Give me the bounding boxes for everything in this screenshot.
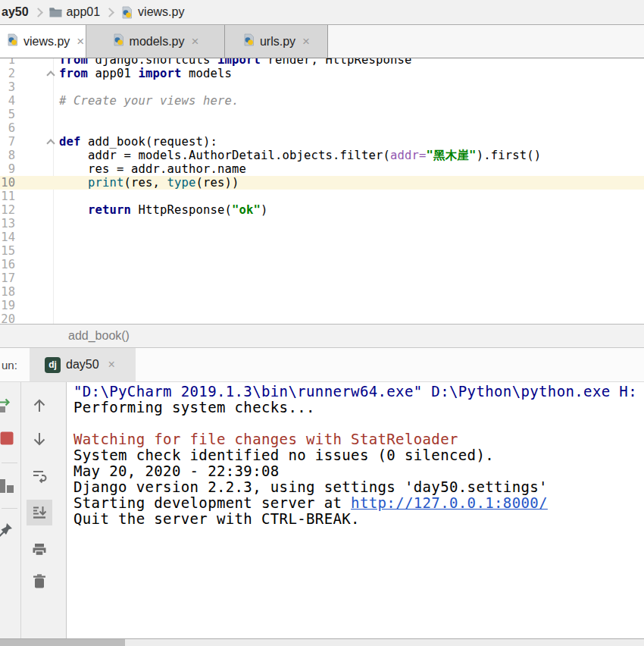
function-breadcrumb[interactable]: add_book() xyxy=(68,329,130,343)
console-line: Starting development server at http://12… xyxy=(73,495,644,511)
code-line[interactable]: 8 addr = models.AuthorDetail.objects.fil… xyxy=(0,149,644,162)
line-number: 4 xyxy=(0,94,15,108)
code-line[interactable]: 3 xyxy=(0,80,644,94)
line-number: 11 xyxy=(0,190,15,203)
code-line[interactable]: 20 xyxy=(0,312,644,324)
clear-all-button[interactable] xyxy=(32,573,47,593)
editor-lines: 1from django.shortcuts import render, Ht… xyxy=(0,58,644,324)
close-icon[interactable]: × xyxy=(77,35,84,48)
python-file-icon xyxy=(112,33,125,49)
code-editor[interactable]: 1from django.shortcuts import render, Ht… xyxy=(0,58,644,324)
pin-button[interactable] xyxy=(0,522,14,541)
code-line[interactable]: 13 xyxy=(0,217,644,230)
tab-views-py[interactable]: views.py × xyxy=(0,25,86,58)
line-number: 9 xyxy=(0,162,15,176)
print-button[interactable] xyxy=(31,541,48,561)
tab-label: models.py xyxy=(130,35,185,49)
console-line xyxy=(73,416,644,431)
code-line[interactable]: 4# Create your views here. xyxy=(0,94,644,108)
tab-urls-py[interactable]: urls.py × xyxy=(225,25,328,58)
code-line[interactable]: 19 xyxy=(0,299,644,312)
breadcrumb-item-file[interactable]: views.py xyxy=(138,5,184,19)
run-toolbar-left xyxy=(0,382,21,638)
line-number: 3 xyxy=(0,80,15,94)
code-line[interactable]: 7def add_book(request): xyxy=(0,135,644,149)
code-line[interactable]: 9 res = addr.author.name xyxy=(0,162,644,176)
run-console[interactable]: "D:\PyCharm 2019.1.3\bin\runnerw64.exe" … xyxy=(67,382,644,638)
pycharm-window: ay50 app01 views.py views.py × models.py… xyxy=(0,0,644,646)
up-stacktrace-button[interactable] xyxy=(31,397,48,417)
line-number: 2 xyxy=(0,67,15,80)
line-number: 12 xyxy=(0,203,15,217)
stop-button[interactable] xyxy=(0,431,14,448)
code-line[interactable]: 15 xyxy=(0,244,644,258)
console-line: May 20, 2020 - 22:39:08 xyxy=(73,463,644,479)
close-icon[interactable]: × xyxy=(191,35,199,48)
rerun-button[interactable] xyxy=(0,397,15,417)
code-line[interactable]: 12 return HttpResponse("ok") xyxy=(0,203,644,217)
line-number: 6 xyxy=(0,121,15,135)
scrollbar-thumb[interactable] xyxy=(0,639,125,646)
close-icon[interactable]: × xyxy=(108,358,115,372)
chevron-right-icon xyxy=(33,8,43,17)
toolbar-separator xyxy=(2,508,17,509)
down-stacktrace-button[interactable] xyxy=(31,431,48,450)
code-line[interactable]: 6 xyxy=(0,121,644,135)
console-line: "D:\PyCharm 2019.1.3\bin\runnerw64.exe" … xyxy=(73,384,644,400)
tab-label: views.py xyxy=(23,35,70,49)
line-number: 1 xyxy=(0,58,15,67)
line-number: 15 xyxy=(0,244,15,258)
python-file-icon xyxy=(242,33,255,49)
breadcrumb-item-project[interactable]: ay50 xyxy=(2,5,29,19)
run-tab-day50[interactable]: dj day50 × xyxy=(30,348,136,381)
editor-tab-bar: views.py × models.py × urls.py × xyxy=(0,25,644,58)
code-line[interactable]: 10 print(res, type(res)) xyxy=(0,176,644,190)
folder-icon xyxy=(49,7,62,17)
code-line[interactable]: 16 xyxy=(0,258,644,271)
line-number: 20 xyxy=(0,312,15,324)
code-line[interactable]: 17 xyxy=(0,271,644,285)
code-line[interactable]: 14 xyxy=(0,230,644,244)
soft-wrap-button[interactable] xyxy=(31,467,48,487)
breadcrumb-item-package[interactable]: app01 xyxy=(67,5,101,19)
console-lines: "D:\PyCharm 2019.1.3\bin\runnerw64.exe" … xyxy=(73,384,644,527)
code-line[interactable]: 1from django.shortcuts import render, Ht… xyxy=(0,58,644,67)
restore-layout-button[interactable] xyxy=(0,478,14,497)
code-line[interactable]: 18 xyxy=(0,285,644,299)
code-line[interactable]: 11 xyxy=(0,190,644,203)
fold-marker-icon[interactable] xyxy=(46,139,55,147)
run-toolbar-console xyxy=(21,382,67,638)
django-icon: dj xyxy=(45,357,61,373)
tab-label: urls.py xyxy=(260,35,295,49)
line-number: 5 xyxy=(0,108,15,121)
line-number: 7 xyxy=(0,135,15,149)
toolbar-separator xyxy=(2,463,17,463)
python-file-icon xyxy=(120,6,133,19)
run-toolwindow-bar: un: dj day50 × xyxy=(0,348,644,382)
line-number: 18 xyxy=(0,285,15,299)
line-number: 16 xyxy=(0,258,15,271)
console-line: Django version 2.2.3, using settings 'da… xyxy=(73,479,644,495)
console-line: System check identified no issues (0 sil… xyxy=(73,447,644,463)
run-label: un: xyxy=(0,359,26,372)
tab-models-py[interactable]: models.py × xyxy=(86,25,225,58)
horizontal-scrollbar[interactable] xyxy=(0,638,644,646)
line-number: 19 xyxy=(0,299,15,312)
console-line: Watching for file changes with StatReloa… xyxy=(73,431,644,447)
python-file-icon xyxy=(6,33,19,49)
fold-marker-icon[interactable] xyxy=(46,71,55,79)
console-line: Performing system checks... xyxy=(73,400,644,416)
line-number: 10 xyxy=(0,176,15,190)
close-icon[interactable]: × xyxy=(302,35,310,48)
run-content: "D:\PyCharm 2019.1.3\bin\runnerw64.exe" … xyxy=(0,382,644,638)
console-line: Quit the server with CTRL-BREAK. xyxy=(73,511,644,527)
line-number: 13 xyxy=(0,217,15,230)
chevron-right-icon xyxy=(105,8,114,17)
line-number: 14 xyxy=(0,230,15,244)
scroll-to-end-button[interactable] xyxy=(31,504,48,524)
run-tab-title: day50 xyxy=(66,358,99,372)
code-line[interactable]: 5 xyxy=(0,108,644,121)
code-line[interactable]: 2from app01 import models xyxy=(0,67,644,80)
console-link[interactable]: http://127.0.0.1:8000/ xyxy=(351,494,548,511)
line-number: 17 xyxy=(0,271,15,285)
